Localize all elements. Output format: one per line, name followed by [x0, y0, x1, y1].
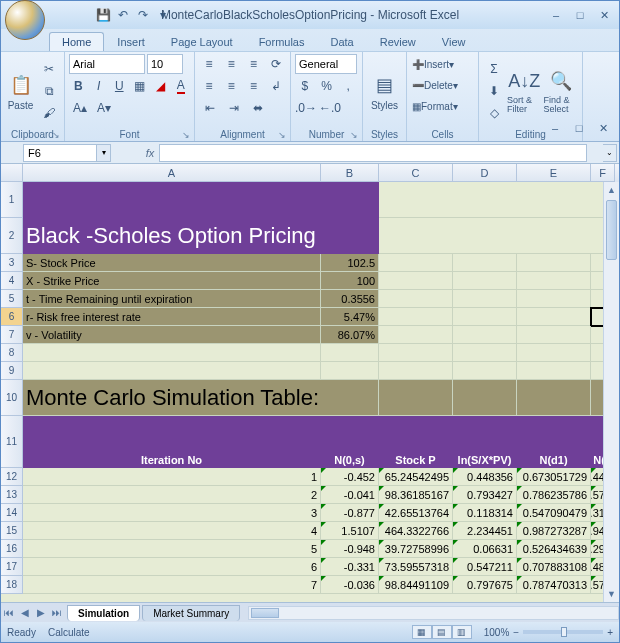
font-launcher-icon[interactable]: ↘ — [182, 130, 190, 140]
copy-icon[interactable]: ⧉ — [38, 81, 60, 101]
formula-bar[interactable] — [159, 144, 587, 162]
iter-15[interactable]: 4 — [23, 522, 321, 540]
doc-close-button[interactable]: ✕ — [592, 120, 614, 136]
lnsxpv-12[interactable]: 0.448356 — [453, 468, 517, 486]
row-14[interactable]: 14 — [1, 504, 23, 522]
view-normal-icon[interactable]: ▦ — [412, 625, 432, 639]
hdr-n0s[interactable]: N(0,s) — [321, 416, 379, 468]
row-6[interactable]: 6 — [1, 308, 23, 326]
nd1-12[interactable]: 0.673051729 — [517, 468, 591, 486]
tab-page-layout[interactable]: Page Layout — [158, 32, 246, 51]
lnsxpv-17[interactable]: 0.547211 — [453, 558, 517, 576]
fill-color-button[interactable]: ◢ — [151, 76, 170, 96]
n0s-14[interactable]: -0.877 — [321, 504, 379, 522]
cell[interactable] — [379, 308, 453, 326]
n0s-18[interactable]: -0.036 — [321, 576, 379, 594]
cell[interactable] — [517, 308, 591, 326]
tab-insert[interactable]: Insert — [104, 32, 158, 51]
increase-decimal-icon[interactable]: .0→ — [295, 98, 317, 118]
n0s-12[interactable]: -0.452 — [321, 468, 379, 486]
sheet-next-icon[interactable]: ▶ — [33, 607, 49, 618]
row-9[interactable]: 9 — [1, 362, 23, 380]
minimize-button[interactable]: – — [545, 7, 567, 23]
cell[interactable] — [23, 344, 321, 362]
row-8[interactable]: 8 — [1, 344, 23, 362]
format-cells-button[interactable]: ▦ Format ▾ — [411, 96, 474, 116]
accounting-format-icon[interactable]: $ — [295, 76, 315, 96]
cell[interactable] — [453, 344, 517, 362]
align-right-icon[interactable]: ≡ — [244, 76, 264, 96]
bold-button[interactable]: B — [69, 76, 88, 96]
n0s-16[interactable]: -0.948 — [321, 540, 379, 558]
increase-indent-icon[interactable]: ⇥ — [223, 98, 245, 118]
row-15[interactable]: 15 — [1, 522, 23, 540]
stockp-16[interactable]: 39.72758996 — [379, 540, 453, 558]
hdr-stockp[interactable]: Stock P — [379, 416, 453, 468]
row-5[interactable]: 5 — [1, 290, 23, 308]
fx-icon[interactable]: fx — [141, 147, 159, 159]
stockp-15[interactable]: 464.3322766 — [379, 522, 453, 540]
cell[interactable] — [517, 272, 591, 290]
insert-cells-button[interactable]: ➕ Insert ▾ — [411, 54, 474, 74]
view-page-break-icon[interactable]: ▥ — [452, 625, 472, 639]
align-middle-icon[interactable]: ≡ — [221, 54, 241, 74]
col-C[interactable]: C — [379, 164, 453, 182]
param-value-4[interactable]: 100 — [321, 272, 379, 290]
col-E[interactable]: E — [517, 164, 591, 182]
view-page-layout-icon[interactable]: ▤ — [432, 625, 452, 639]
cell[interactable] — [517, 254, 591, 272]
underline-button[interactable]: U — [110, 76, 129, 96]
decrease-indent-icon[interactable]: ⇤ — [199, 98, 221, 118]
row-17[interactable]: 17 — [1, 558, 23, 576]
row-12[interactable]: 12 — [1, 468, 23, 486]
cell[interactable] — [379, 182, 615, 218]
tab-review[interactable]: Review — [367, 32, 429, 51]
cell[interactable] — [379, 254, 453, 272]
row-13[interactable]: 13 — [1, 486, 23, 504]
cell[interactable] — [453, 290, 517, 308]
shrink-font-button[interactable]: A▾ — [93, 98, 115, 118]
cell[interactable] — [379, 272, 453, 290]
stockp-13[interactable]: 98.36185167 — [379, 486, 453, 504]
border-button[interactable]: ▦ — [131, 76, 150, 96]
param-value-5[interactable]: 0.3556 — [321, 290, 379, 308]
n0s-13[interactable]: -0.041 — [321, 486, 379, 504]
row-16[interactable]: 16 — [1, 540, 23, 558]
redo-icon[interactable]: ↷ — [135, 7, 151, 23]
nd1-15[interactable]: 0.987273287 — [517, 522, 591, 540]
formula-bar-expand-icon[interactable]: ⌄ — [603, 144, 617, 162]
lnsxpv-13[interactable]: 0.793427 — [453, 486, 517, 504]
orientation-icon[interactable]: ⟳ — [266, 54, 286, 74]
hdr-nd1[interactable]: N(d1) — [517, 416, 591, 468]
row-10[interactable]: 10 — [1, 380, 23, 416]
decrease-decimal-icon[interactable]: ←.0 — [319, 98, 341, 118]
font-color-button[interactable]: A — [172, 76, 191, 96]
lnsxpv-18[interactable]: 0.797675 — [453, 576, 517, 594]
cell[interactable] — [517, 344, 591, 362]
param-label-5[interactable]: t - Time Remaining until expiration — [23, 290, 321, 308]
nd1-16[interactable]: 0.526434639 — [517, 540, 591, 558]
tab-data[interactable]: Data — [317, 32, 366, 51]
black-scholes-title[interactable]: Black -Scholes Option Pricing — [23, 218, 379, 254]
nd1-18[interactable]: 0.787470313 — [517, 576, 591, 594]
param-value-3[interactable]: 102.5 — [321, 254, 379, 272]
cell[interactable] — [23, 362, 321, 380]
hdr-lnsxpv[interactable]: ln(S/X*PV) — [453, 416, 517, 468]
alignment-launcher-icon[interactable]: ↘ — [278, 130, 286, 140]
row-4[interactable]: 4 — [1, 272, 23, 290]
n0s-15[interactable]: 1.5107 — [321, 522, 379, 540]
col-A[interactable]: A — [23, 164, 321, 182]
row-1[interactable]: 1 — [1, 182, 23, 218]
nd1-13[interactable]: 0.786235786 — [517, 486, 591, 504]
cell[interactable] — [321, 344, 379, 362]
zoom-thumb[interactable] — [561, 627, 567, 637]
iter-13[interactable]: 2 — [23, 486, 321, 504]
tab-formulas[interactable]: Formulas — [246, 32, 318, 51]
col-D[interactable]: D — [453, 164, 517, 182]
param-label-7[interactable]: v - Volatility — [23, 326, 321, 344]
close-button[interactable]: ✕ — [593, 7, 615, 23]
lnsxpv-15[interactable]: 2.234451 — [453, 522, 517, 540]
align-left-icon[interactable]: ≡ — [199, 76, 219, 96]
zoom-level[interactable]: 100% — [484, 627, 510, 638]
param-label-3[interactable]: S- Stock Price — [23, 254, 321, 272]
